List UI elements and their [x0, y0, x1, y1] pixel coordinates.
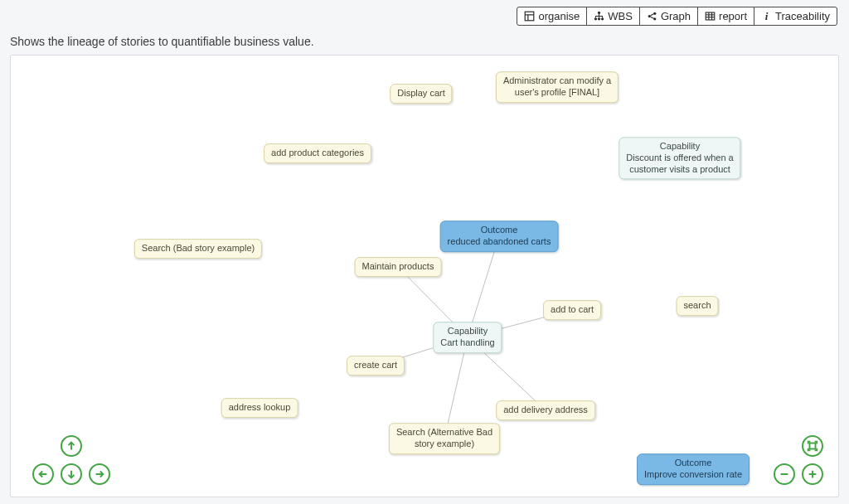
- svg-point-4: [594, 17, 597, 20]
- svg-point-3: [598, 12, 600, 14]
- arrow-left-icon: [37, 468, 49, 480]
- svg-rect-10: [706, 12, 715, 20]
- pan-right-button[interactable]: [89, 463, 110, 485]
- tab-organise[interactable]: organise: [517, 7, 587, 26]
- node-search[interactable]: search: [676, 296, 718, 316]
- view-tabs: organise WBS Graph report i Traceability: [517, 7, 837, 26]
- node-search-alt-bad[interactable]: Search (Alternative Bad story example): [389, 423, 500, 454]
- node-outcome-abandoned[interactable]: Outcome reduced abandoned carts: [440, 220, 559, 252]
- zoom-in-button[interactable]: [802, 463, 823, 485]
- svg-point-8: [653, 12, 656, 15]
- svg-point-6: [601, 17, 604, 20]
- node-cap-cart[interactable]: Capability Cart handling: [433, 322, 502, 353]
- node-maintain-products[interactable]: Maintain products: [355, 257, 442, 277]
- page-subtitle: Shows the lineage of stories to quantifi…: [10, 35, 314, 48]
- node-add-delivery[interactable]: add delivery address: [496, 400, 595, 420]
- node-create-cart[interactable]: create cart: [347, 356, 405, 376]
- graph-canvas[interactable]: Display cartAdministrator can modify a u…: [10, 55, 839, 497]
- svg-rect-0: [526, 12, 535, 21]
- arrow-up-icon: [65, 440, 77, 452]
- hierarchy-icon: [594, 11, 604, 22]
- graph-inner: Display cartAdministrator can modify a u…: [11, 56, 838, 497]
- pan-up-button[interactable]: [61, 435, 82, 457]
- svg-point-7: [648, 15, 651, 17]
- tab-organise-label: organise: [538, 10, 580, 22]
- node-add-categories[interactable]: add product categories: [264, 143, 371, 163]
- node-outcome-conversion[interactable]: Outcome Improve conversion rate: [637, 453, 750, 485]
- tab-graph[interactable]: Graph: [639, 7, 698, 26]
- zoom-out-button[interactable]: [774, 463, 795, 485]
- pan-down-button[interactable]: [61, 463, 82, 485]
- tab-report[interactable]: report: [697, 7, 754, 26]
- layout-icon: [524, 11, 535, 22]
- tab-report-label: report: [719, 10, 747, 22]
- node-search-bad[interactable]: Search (Bad story example): [134, 239, 262, 259]
- arrow-down-icon: [65, 468, 77, 480]
- node-admin-modify[interactable]: Administrator can modify a user's profil…: [496, 71, 619, 103]
- minus-icon: [779, 468, 790, 480]
- share-icon: [647, 11, 657, 22]
- node-address-lookup[interactable]: address lookup: [221, 398, 298, 418]
- info-icon: i: [761, 11, 772, 22]
- node-add-to-cart[interactable]: add to cart: [543, 300, 601, 320]
- pan-left-button[interactable]: [32, 463, 54, 485]
- table-icon: [705, 11, 716, 22]
- svg-point-9: [653, 17, 656, 20]
- tab-traceability-label: Traceability: [775, 10, 830, 22]
- node-cap-discount[interactable]: Capability Discount is offered when a cu…: [619, 137, 740, 179]
- tab-traceability[interactable]: i Traceability: [754, 7, 837, 26]
- fit-icon: [807, 440, 818, 452]
- svg-rect-21: [810, 443, 816, 449]
- node-display-cart[interactable]: Display cart: [390, 84, 452, 104]
- tab-wbs-label: WBS: [608, 10, 633, 22]
- plus-icon: [807, 468, 818, 480]
- svg-point-5: [598, 17, 600, 20]
- fit-button[interactable]: [802, 435, 823, 457]
- tab-wbs[interactable]: WBS: [586, 7, 640, 26]
- arrow-right-icon: [94, 468, 105, 480]
- tab-graph-label: Graph: [661, 10, 691, 22]
